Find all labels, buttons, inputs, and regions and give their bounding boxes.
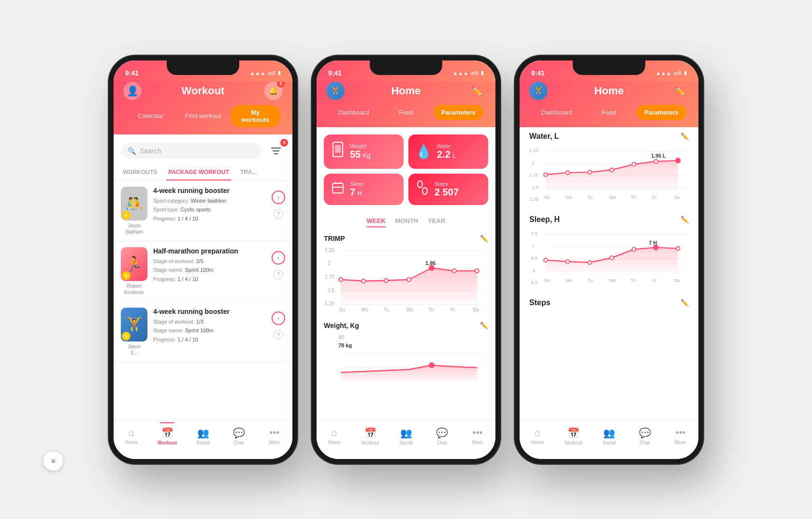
nav-social[interactable]: 👥 Social xyxy=(185,427,221,445)
tab-dashboard-2[interactable]: Dashboard xyxy=(329,105,378,120)
tab-parameters-3[interactable]: Parameters xyxy=(637,105,686,120)
svg-point-77 xyxy=(588,260,592,264)
user-avatar-3[interactable]: 🏋️ xyxy=(529,82,548,100)
avatar-person-icon-2: 🏃 xyxy=(125,255,143,272)
nav-more-label-2: More xyxy=(472,440,483,445)
svg-point-29 xyxy=(475,269,479,273)
tab-feed-3[interactable]: Feed xyxy=(584,105,634,120)
svg-text:2.25: 2.25 xyxy=(529,148,538,153)
trimp-edit[interactable]: ✏️ xyxy=(480,235,488,242)
svg-point-56 xyxy=(654,159,658,163)
home-icon-2: ⌂ xyxy=(332,427,337,438)
svg-marker-22 xyxy=(341,268,477,305)
svg-point-28 xyxy=(452,269,456,273)
tab-feed-2[interactable]: Feed xyxy=(381,105,431,120)
svg-text:Mo: Mo xyxy=(566,278,572,283)
steps-edit-btn[interactable]: ✏️ xyxy=(681,299,689,307)
notif-btn[interactable]: 🔔 3 xyxy=(264,82,283,100)
status-icons: ▲▲▲ wifi ▮ xyxy=(249,70,281,76)
svg-text:Su: Su xyxy=(339,307,345,312)
nav-social-3[interactable]: 👥 Social xyxy=(591,427,627,445)
tab-dashboard-3[interactable]: Dashboard xyxy=(532,105,581,120)
level-badge-2: 5 xyxy=(122,271,130,280)
workout-info-3: 4-week running booster Stage of workout:… xyxy=(153,308,266,344)
nav-more-3[interactable]: ••• More xyxy=(663,427,698,445)
nav-home-3[interactable]: ⌂ Home xyxy=(520,427,555,445)
workout-arrow-3[interactable]: › xyxy=(272,311,285,325)
subtab-package[interactable]: PACKAGE WORKOUT xyxy=(166,165,231,180)
trimp-chart-container: TRIMP ✏️ 2.25 2 1.75 1.5 1.25 xyxy=(317,232,495,319)
subtab-trainers[interactable]: TRA... xyxy=(238,165,259,180)
search-box[interactable]: 🔍 Search xyxy=(121,143,262,159)
svg-text:6: 6 xyxy=(533,267,536,273)
svg-point-26 xyxy=(407,278,411,282)
svg-marker-50 xyxy=(546,160,678,191)
avatar-person-icon-3: 🏋️ xyxy=(125,316,143,333)
help-icon-2[interactable]: ? xyxy=(274,269,283,279)
sleep-section: Sleep, H ✏️ 7.5 7 6.5 xyxy=(529,215,689,289)
nav-workout-3[interactable]: 📅 Workout xyxy=(555,427,591,445)
nav-social-label-2: Social xyxy=(399,440,412,445)
edit-button-2[interactable]: ✏️ xyxy=(467,82,486,100)
svg-point-81 xyxy=(676,246,680,250)
nav-social-label: Social xyxy=(196,440,209,445)
notch xyxy=(167,60,239,75)
tab-calendar[interactable]: Calendar xyxy=(126,105,175,127)
tab-my-workouts[interactable]: My workouts xyxy=(231,105,280,127)
steps-section: Steps ✏️ xyxy=(529,298,689,307)
sleep-edit-btn[interactable]: ✏️ xyxy=(681,216,689,223)
tab-find-workout[interactable]: Find workout xyxy=(178,105,228,127)
workout-name-2: Half-marathon preparation xyxy=(153,247,266,255)
signal-icon-3: ▲▲▲ xyxy=(655,70,671,76)
chart-tab-year[interactable]: YEAR xyxy=(428,217,445,227)
weight-value: 55 Kg xyxy=(350,149,371,160)
workout-arrow-1[interactable]: › xyxy=(272,191,285,204)
header-title-3: Home xyxy=(548,85,670,97)
svg-text:Sa: Sa xyxy=(674,278,680,283)
nav-chat-2[interactable]: 💬 Chat xyxy=(424,427,460,445)
water-edit-btn[interactable]: ✏️ xyxy=(681,133,689,140)
nav-more[interactable]: ••• More xyxy=(257,427,292,445)
nav-chat-3[interactable]: 💬 Chat xyxy=(627,427,663,445)
phone-home: 9:41 ▲▲▲ wifi ▮ 🏋️ Home ✏️ Dashboard xyxy=(312,56,500,464)
svg-text:Su: Su xyxy=(544,278,550,283)
workout-name-3: 4-week running booster xyxy=(153,308,266,315)
home-icon: ⌂ xyxy=(129,427,134,438)
stat-sleep: Sleep 7 H xyxy=(324,174,404,205)
svg-text:7: 7 xyxy=(532,243,535,248)
subtab-workouts[interactable]: WORKOUTS xyxy=(121,165,159,180)
svg-text:6.5: 6.5 xyxy=(531,255,537,260)
svg-text:1.25: 1.25 xyxy=(325,301,334,306)
status-time: 9:41 xyxy=(125,69,139,77)
edit-button-3[interactable]: ✏️ xyxy=(670,82,689,100)
avatar-left[interactable]: 👤 xyxy=(123,82,142,100)
svg-rect-6 xyxy=(333,183,343,193)
nav-chat[interactable]: 💬 Chat xyxy=(221,427,257,445)
user-avatar-2[interactable]: 🏋️ xyxy=(326,82,345,100)
svg-text:Th: Th xyxy=(631,278,636,283)
nav-home-2[interactable]: ⌂ Home xyxy=(317,427,352,445)
nav-more-2[interactable]: ••• More xyxy=(460,427,495,445)
water-chart-svg: 2.25 2 1.75 1.5 1.25 xyxy=(529,146,689,204)
water-title-row: Water, L ✏️ xyxy=(529,132,689,141)
nav-workout[interactable]: 📅 Workout xyxy=(149,427,185,445)
chart-tab-month[interactable]: MONTH xyxy=(395,217,419,227)
header-row: 👤 Workout 🔔 3 xyxy=(123,82,283,105)
nav-social-2[interactable]: 👥 Social xyxy=(388,427,424,445)
svg-point-80 xyxy=(653,245,658,250)
nav-chat-label-2: Chat xyxy=(436,440,447,445)
weight-edit[interactable]: ✏️ xyxy=(480,322,488,329)
filter-badge: 3 xyxy=(280,139,288,147)
help-icon-3[interactable]: ? xyxy=(274,330,283,340)
chart-tab-week[interactable]: WEEK xyxy=(367,217,386,227)
help-icon-1[interactable]: ? xyxy=(274,209,283,219)
workout-arrow-2[interactable]: › xyxy=(272,251,285,265)
svg-point-25 xyxy=(384,279,388,282)
nav-workout-2[interactable]: 📅 Workout xyxy=(352,427,388,445)
battery-icon-3: ▮ xyxy=(684,70,687,76)
svg-point-53 xyxy=(588,170,592,174)
tab-parameters-2[interactable]: Parameters xyxy=(434,105,483,120)
nav-workout-label: Workout xyxy=(158,440,177,445)
sleep-icon xyxy=(331,180,345,198)
nav-home[interactable]: ⌂ Home xyxy=(114,427,149,445)
